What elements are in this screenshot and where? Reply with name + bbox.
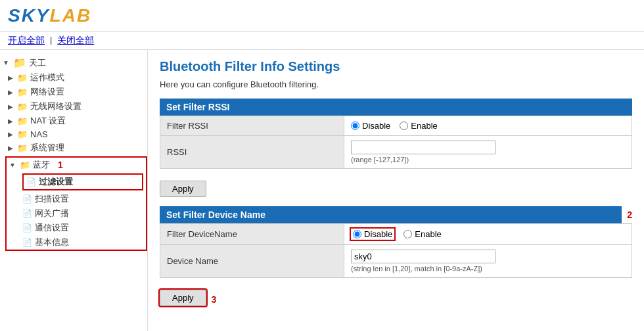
filter-rssi-value: Disable Enable [344,116,632,136]
annotation-1: 1 [58,160,63,170]
expand-icon-nat: ▶ [8,118,13,125]
filter-devicename-enable-text: Enable [415,229,441,239]
folder-icon-wangluo: 📁 [17,87,28,97]
sidebar-label-nas: NAS [30,129,48,139]
close-all-link[interactable]: 关闭全部 [57,35,94,47]
section1-apply-button[interactable]: Apply [160,181,206,197]
page-title: Bluetooth Filter Info Settings [160,59,632,74]
annotation-3: 3 [212,294,217,305]
filter-rssi-enable-label[interactable]: Enable [400,121,437,131]
filter-devicename-disable-text: Disable [364,229,392,239]
main-layout: ▼ 📁 天工 ▶ 📁 运作模式 ▶ 📁 网络设置 ▶ 📁 [0,50,644,331]
expand-icon-root: ▼ [3,59,9,66]
filter-rssi-enable-text: Enable [411,121,437,131]
folder-icon-xitong: 📁 [17,143,28,153]
table-row-filter-devicename: Filter DeviceName Disable Enable [160,224,632,245]
logo-lab: LAB [50,5,92,26]
nav-separator: | [50,35,52,47]
section2-apply-button[interactable]: Apply [160,290,206,306]
sidebar-item-nas[interactable]: ▶ 📁 NAS [5,128,147,141]
filter-devicename-label: Filter DeviceName [160,224,344,245]
folder-icon-yunzuo: 📁 [17,73,28,83]
doc-icon-saomiao: 📄 [22,194,32,204]
folder-icon-wuxian: 📁 [17,102,28,112]
table-row-rssi: RSSI (range [-127,127]) [160,136,632,169]
sidebar-item-bluetooth[interactable]: ▼ 📁 蓝牙 1 [7,158,146,172]
sidebar-label-wangluo: 网络设置 [30,86,64,98]
filter-rssi-label: Filter RSSI [160,116,344,136]
sidebar-label-wangguan: 网关广播 [35,208,69,219]
section2-table: Filter DeviceName Disable Enable [160,223,632,278]
rssi-label: RSSI [160,136,344,169]
device-name-input[interactable] [351,250,495,263]
expand-icon-wangluo: ▶ [8,89,13,96]
rssi-input[interactable] [351,141,495,154]
sidebar-item-wuxian[interactable]: ▶ 📁 无线网络设置 [5,99,147,114]
filter-devicename-disable-radio[interactable] [353,230,361,238]
logo: SKYLAB [8,5,91,26]
sidebar-item-wangluo[interactable]: ▶ 📁 网络设置 [5,85,147,99]
table-row-device-name: Device Name (string len in [1,20], match… [160,245,632,278]
filter-rssi-disable-label[interactable]: Disable [351,121,390,131]
filter-rssi-enable-radio[interactable] [400,121,408,130]
rssi-hint: (range [-127,127]) [351,156,625,164]
sidebar-item-guolv[interactable]: 📄 过滤设置 [24,175,142,189]
expand-icon-nas: ▶ [8,131,13,138]
filter-devicename-enable-label[interactable]: Enable [403,229,441,239]
sidebar-label-guolv: 过滤设置 [39,176,73,188]
sidebar-label-saomiao: 扫描设置 [35,193,69,205]
sidebar-item-wangguan[interactable]: 📄 网关广播 [20,206,146,221]
folder-icon-root: 📁 [13,56,26,69]
sidebar-root-label: 天工 [29,57,46,69]
annotation-2: 2 [627,210,632,220]
filter-devicename-radio-group: Disable Enable [351,229,625,240]
device-name-hint: (string len in [1,20], match in [0-9a-zA… [351,265,625,273]
content-area: Bluetooth Filter Info Settings Here you … [148,50,644,331]
sidebar-root-tiangong[interactable]: ▼ 📁 天工 [0,55,147,70]
sidebar-item-jiben[interactable]: 📄 基本信息 [20,235,146,250]
page-description: Here you can configure Bluetooth filteri… [160,79,632,89]
expand-icon-bluetooth: ▼ [9,162,16,169]
doc-icon-wangguan: 📄 [22,209,32,218]
folder-icon-nas: 📁 [17,129,28,139]
device-name-label: Device Name [160,245,344,278]
table-row-filter-rssi: Filter RSSI Disable Enable [160,116,632,136]
sidebar-item-saomiao[interactable]: 📄 扫描设置 [20,192,146,206]
expand-icon-xitong: ▶ [8,144,13,152]
device-name-input-cell: (string len in [1,20], match in [0-9a-zA… [344,245,632,278]
sidebar-label-xitong: 系统管理 [30,142,64,154]
rssi-input-cell: (range [-127,127]) [344,136,632,169]
doc-icon-jiben: 📄 [22,238,32,247]
sidebar-label-tongxin: 通信设置 [35,222,69,234]
sidebar-label-jiben: 基本信息 [35,236,69,248]
folder-icon-bluetooth: 📁 [20,160,30,170]
filter-rssi-disable-radio[interactable] [351,121,359,130]
sidebar-label-yunzuo: 运作模式 [30,72,64,83]
sidebar-item-nat[interactable]: ▶ 📁 NAT 设置 [5,114,147,128]
filter-rssi-disable-text: Disable [362,121,390,131]
filter-devicename-disable-label[interactable]: Disable [351,229,394,240]
sidebar-item-yunzuo[interactable]: ▶ 📁 运作模式 [5,70,147,85]
section1-table: Filter RSSI Disable Enable R [160,116,632,169]
folder-icon-nat: 📁 [17,116,28,126]
sidebar-children: ▶ 📁 运作模式 ▶ 📁 网络设置 ▶ 📁 无线网络设置 ▶ 📁 [0,70,147,252]
open-all-link[interactable]: 开启全部 [8,35,45,47]
expand-icon-yunzuo: ▶ [8,74,13,81]
sidebar: ▼ 📁 天工 ▶ 📁 运作模式 ▶ 📁 网络设置 ▶ 📁 [0,50,148,331]
navbar: 开启全部 | 关闭全部 [0,32,644,50]
filter-rssi-radio-group: Disable Enable [351,121,625,131]
header: SKYLAB [0,0,644,32]
section2-header: Set Filter Device Name [160,206,622,223]
doc-icon-tongxin: 📄 [22,223,32,232]
filter-devicename-value: Disable Enable [344,224,632,245]
expand-icon-wuxian: ▶ [8,103,13,110]
logo-sky: SKY [8,5,50,26]
section1-header: Set Filter RSSI [160,99,632,116]
sidebar-label-wuxian: 无线网络设置 [30,100,81,112]
sidebar-item-xitong[interactable]: ▶ 📁 系统管理 [5,141,147,155]
sidebar-label-nat: NAT 设置 [30,115,66,127]
sidebar-item-tongxin[interactable]: 📄 通信设置 [20,221,146,235]
doc-icon-guolv: 📄 [26,177,36,187]
filter-devicename-enable-radio[interactable] [403,230,412,238]
sidebar-label-bluetooth: 蓝牙 [33,159,50,171]
